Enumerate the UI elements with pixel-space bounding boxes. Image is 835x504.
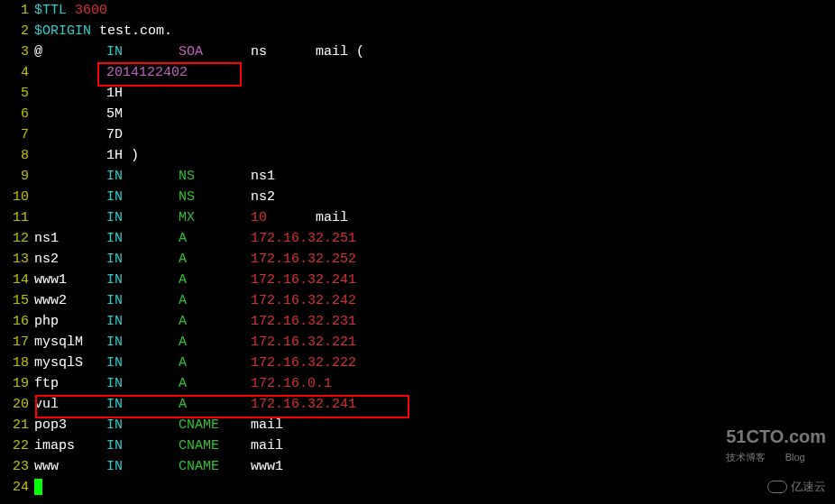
line-content: www2INA172.16.32.242	[34, 290, 835, 311]
line-content: 2014122402	[34, 62, 835, 83]
line-number: 12	[0, 228, 34, 249]
code-line[interactable]: 2$ORIGIN test.com.	[0, 21, 835, 41]
code-line[interactable]: 14www1INA172.16.32.241	[0, 270, 835, 290]
code-line[interactable]: 16phpINA172.16.32.231	[0, 311, 835, 332]
code-line[interactable]: 77D	[0, 124, 835, 145]
line-number: 8	[0, 145, 34, 166]
line-content: ftpINA172.16.0.1	[34, 373, 835, 394]
line-content: wwwINCNAMEwww1	[34, 456, 835, 477]
line-number: 18	[0, 353, 34, 373]
line-number: 11	[0, 207, 34, 228]
cursor	[34, 479, 42, 495]
line-number: 2	[0, 21, 34, 41]
line-content: @INSOAns mail (	[34, 41, 835, 62]
code-line[interactable]: 18mysqlSINA172.16.32.222	[0, 353, 835, 373]
line-number: 15	[0, 290, 34, 311]
line-number: 6	[0, 104, 34, 124]
code-line[interactable]: 1$TTL 3600	[0, 0, 835, 21]
line-content: INNSns1	[34, 166, 835, 187]
line-content: INMX10 mail	[34, 207, 835, 228]
line-content	[34, 477, 835, 498]
code-line[interactable]: 3@INSOAns mail (	[0, 41, 835, 62]
code-line[interactable]: 81H )	[0, 145, 835, 166]
line-content: imapsINCNAMEmail	[34, 435, 835, 456]
code-line[interactable]: 11INMX10 mail	[0, 207, 835, 228]
code-line[interactable]: 51H	[0, 83, 835, 104]
line-content: 1H )	[34, 145, 835, 166]
line-content: www1INA172.16.32.241	[34, 270, 835, 290]
line-number: 5	[0, 83, 34, 104]
line-number: 20	[0, 394, 34, 415]
line-content: phpINA172.16.32.231	[34, 311, 835, 332]
code-line[interactable]: 19ftpINA172.16.0.1	[0, 373, 835, 394]
line-number: 21	[0, 415, 34, 435]
code-line[interactable]: 22imapsINCNAMEmail	[0, 435, 835, 456]
line-content: ns1INA172.16.32.251	[34, 228, 835, 249]
code-line[interactable]: 13ns2INA172.16.32.252	[0, 249, 835, 270]
line-content: pop3INCNAMEmail	[34, 415, 835, 435]
line-content: 1H	[34, 83, 835, 104]
line-number: 1	[0, 0, 34, 21]
line-number: 17	[0, 332, 34, 353]
line-content: ns2INA172.16.32.252	[34, 249, 835, 270]
line-number: 3	[0, 41, 34, 62]
line-number: 4	[0, 62, 34, 83]
line-number: 14	[0, 270, 34, 290]
line-content: $TTL 3600	[34, 0, 835, 21]
line-content: 7D	[34, 124, 835, 145]
code-line[interactable]: 42014122402	[0, 62, 835, 83]
code-line[interactable]: 12ns1INA172.16.32.251	[0, 228, 835, 249]
code-line[interactable]: 65M	[0, 104, 835, 124]
line-number: 10	[0, 187, 34, 207]
code-line[interactable]: 23wwwINCNAMEwww1	[0, 456, 835, 477]
code-line[interactable]: 20vulINA172.16.32.241	[0, 394, 835, 415]
code-line[interactable]: 17mysqlMINA172.16.32.221	[0, 332, 835, 353]
line-number: 24	[0, 477, 34, 498]
code-line[interactable]: 24	[0, 477, 835, 498]
line-number: 22	[0, 435, 34, 456]
line-number: 16	[0, 311, 34, 332]
line-content: mysqlMINA172.16.32.221	[34, 332, 835, 353]
line-number: 13	[0, 249, 34, 270]
code-line[interactable]: 15www2INA172.16.32.242	[0, 290, 835, 311]
code-editor[interactable]: 1$TTL 36002$ORIGIN test.com.3@INSOAns ma…	[0, 0, 835, 498]
line-content: INNSns2	[34, 187, 835, 207]
code-line[interactable]: 9INNSns1	[0, 166, 835, 187]
line-content: vulINA172.16.32.241	[34, 394, 835, 415]
line-content: $ORIGIN test.com.	[34, 21, 835, 41]
code-line[interactable]: 21pop3INCNAMEmail	[0, 415, 835, 435]
line-number: 19	[0, 373, 34, 394]
line-number: 9	[0, 166, 34, 187]
line-number: 23	[0, 456, 34, 477]
line-content: 5M	[34, 104, 835, 124]
code-line[interactable]: 10INNSns2	[0, 187, 835, 207]
line-content: mysqlSINA172.16.32.222	[34, 353, 835, 373]
line-number: 7	[0, 124, 34, 145]
